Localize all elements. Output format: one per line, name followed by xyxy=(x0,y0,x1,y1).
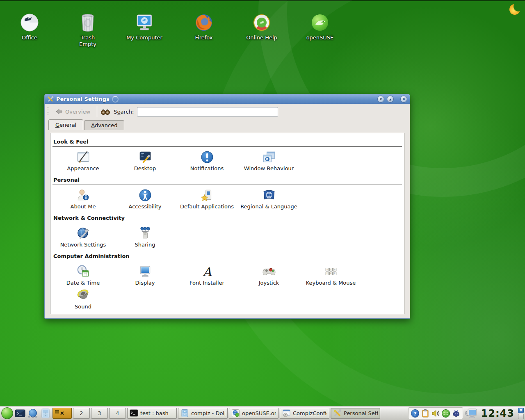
panel-edge-controls: ▼ xyxy=(518,408,524,419)
compizconfig-icon xyxy=(282,409,291,418)
desktop-icon-label: openSUSE xyxy=(306,34,334,41)
firefox-icon xyxy=(194,12,214,33)
section-items: Date & Time Display A xyxy=(52,265,402,310)
section-items: Network Settings Sharing xyxy=(52,226,402,248)
tab-general[interactable]: General xyxy=(48,119,83,130)
regional-language-icon xyxy=(262,188,276,202)
settings-item-about-me[interactable]: About Me xyxy=(52,188,114,210)
svg-text:l: l xyxy=(334,272,334,274)
panel-mini-icon[interactable] xyxy=(518,414,524,419)
klipper-icon[interactable] xyxy=(421,409,430,418)
help-icon[interactable]: ? xyxy=(411,409,420,418)
settings-item-display[interactable]: Display xyxy=(114,265,176,286)
task-compizconfig[interactable]: CompizConfig xyxy=(280,408,329,419)
maximize-button[interactable]: ▴ xyxy=(387,96,394,103)
settings-item-sharing[interactable]: Sharing xyxy=(114,226,176,248)
display-tray-icon[interactable] xyxy=(464,408,477,419)
display-icon xyxy=(138,265,152,278)
network-settings-icon xyxy=(76,226,90,240)
minimize-button[interactable]: ▾ xyxy=(377,96,384,103)
item-label: Joystick xyxy=(259,280,279,286)
pager-desktop-2[interactable]: 2 xyxy=(73,408,90,419)
item-label: Sound xyxy=(75,304,91,310)
section-title-computer-admin: Computer Administration xyxy=(52,252,402,261)
desktop-icon-office[interactable]: Office xyxy=(7,12,52,41)
font-installer-icon: A xyxy=(200,265,214,278)
item-label: Keyboard & Mouse xyxy=(306,280,356,286)
busy-swirl-icon xyxy=(112,96,119,103)
settings-item-notifications[interactable]: Notifications xyxy=(176,150,238,171)
task-test-bash[interactable]: test : bash xyxy=(127,408,177,419)
section-title-look-feel: Look & Feel xyxy=(52,137,402,147)
overview-button[interactable]: Overview xyxy=(52,107,94,116)
desktop-icon-firefox[interactable]: Firefox xyxy=(181,12,226,41)
window-behaviour-icon xyxy=(262,150,276,164)
section-title-personal: Personal xyxy=(52,176,402,185)
toolbar-separator xyxy=(97,106,97,117)
settings-item-network-settings[interactable]: Network Settings xyxy=(52,226,114,248)
desktop-icon-my-computer[interactable]: My Computer xyxy=(122,12,167,41)
search-input[interactable] xyxy=(137,107,278,116)
browser-globe-icon xyxy=(231,409,240,418)
panel-hide-arrow-icon[interactable]: ▼ xyxy=(518,408,524,413)
system-tray: ? xyxy=(408,407,463,419)
item-label: Desktop xyxy=(134,165,156,171)
window-title: Personal Settings xyxy=(56,96,110,102)
tab-bar: General Advanced xyxy=(45,119,410,130)
pager-desktop-4[interactable]: 4 xyxy=(109,408,126,419)
start-menu-button[interactable] xyxy=(1,407,13,419)
taskbar: ✕ 2 3 4 test : bash compiz xyxy=(0,406,525,420)
keyboard-mouse-icon: uio jkl xyxy=(324,265,338,278)
volume-icon[interactable] xyxy=(431,409,440,418)
network-globe-icon[interactable] xyxy=(441,409,450,418)
pager-desktop-1[interactable]: ✕ xyxy=(52,408,72,419)
konsole-launcher-icon[interactable] xyxy=(14,408,26,419)
file-manager-launcher-icon[interactable] xyxy=(40,408,51,419)
power-plug-icon[interactable] xyxy=(452,409,461,418)
item-label: Notifications xyxy=(190,165,224,171)
pager-desktop-3[interactable]: 3 xyxy=(91,408,108,419)
settings-item-joystick[interactable]: Joystick xyxy=(238,265,300,286)
terminal-icon xyxy=(130,409,138,418)
taskbar-clock[interactable]: 12:43 xyxy=(479,408,517,419)
settings-item-appearance[interactable]: Appearance xyxy=(52,150,114,171)
item-label: Font Installer xyxy=(189,280,224,286)
desktop-icon-trash[interactable]: Trash Empty xyxy=(65,12,110,48)
settings-item-window-behaviour[interactable]: Window Behaviour xyxy=(238,150,300,171)
toolbar-grip-handle[interactable] xyxy=(47,106,49,117)
close-button[interactable]: ✕ xyxy=(400,96,407,103)
settings-item-regional-language[interactable]: Regional & Language xyxy=(238,188,300,210)
desktop-icon-label: Online Help xyxy=(246,34,277,41)
tab-advanced[interactable]: Advanced xyxy=(84,120,124,130)
task-compiz-dolphin[interactable]: compiz - Dolp xyxy=(178,408,228,419)
konqueror-launcher-icon[interactable] xyxy=(27,408,39,419)
dolphin-icon xyxy=(180,409,189,418)
settings-item-accessibility[interactable]: Accessibility xyxy=(114,188,176,210)
window-titlebar[interactable]: Personal Settings ▾ ▴ ✕ xyxy=(45,94,410,104)
item-label: Regional & Language xyxy=(240,203,297,210)
settings-item-date-time[interactable]: Date & Time xyxy=(52,265,114,286)
settings-item-sound[interactable]: Sound xyxy=(52,288,114,310)
item-label: Network Settings xyxy=(60,242,106,248)
task-personal-settings[interactable]: Personal Sett xyxy=(331,408,380,419)
date-time-icon xyxy=(76,265,90,278)
crescent-bite-shape xyxy=(514,2,523,11)
task-label: test : bash xyxy=(140,410,169,416)
desktop-icon-opensuse[interactable]: openSUSE xyxy=(297,12,342,41)
pager-active-glyph: ✕ xyxy=(60,410,64,416)
search-label: Search: xyxy=(114,109,134,115)
settings-item-default-applications[interactable]: Default Applications xyxy=(176,188,238,210)
item-label: Date & Time xyxy=(66,280,100,286)
settings-item-desktop[interactable]: Desktop xyxy=(114,150,176,171)
item-label: Default Applications xyxy=(180,203,234,210)
crescent-applet-icon[interactable] xyxy=(508,2,523,18)
settings-item-keyboard-mouse[interactable]: uio jkl Keyboard & Mouse xyxy=(300,265,362,286)
settings-item-font-installer[interactable]: A Font Installer xyxy=(176,265,238,286)
my-computer-icon xyxy=(134,12,155,33)
desktop-icon-label: My Computer xyxy=(126,34,162,41)
task-opensuse-browser[interactable]: openSUSE.or xyxy=(229,408,278,419)
sound-icon xyxy=(76,288,90,302)
joystick-icon xyxy=(262,265,276,278)
crossed-tools-icon xyxy=(333,409,342,418)
desktop-icon-online-help[interactable]: Online Help xyxy=(239,12,284,41)
